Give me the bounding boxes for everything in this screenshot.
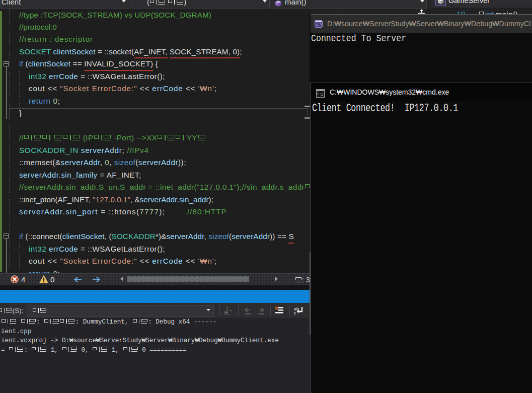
svg-text:C:\: C:\ [317, 92, 324, 96]
svg-text:c:\: c:\ [316, 23, 322, 27]
svg-text:c: c [294, 310, 296, 316]
